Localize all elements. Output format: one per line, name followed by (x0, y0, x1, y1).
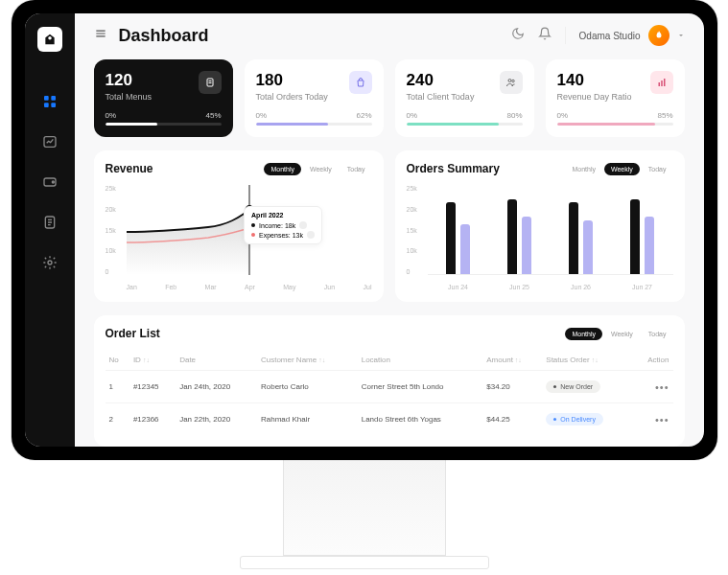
revenue-tabs: Monthly Weekly Today (264, 163, 371, 175)
row-actions[interactable]: ••• (655, 414, 669, 426)
bar-group (446, 202, 470, 274)
dot-icon (553, 385, 556, 388)
tab-monthly[interactable]: Monthly (565, 163, 602, 175)
nav-wallet[interactable] (38, 171, 61, 194)
flame-icon (653, 30, 665, 41)
bar (460, 224, 470, 274)
svg-point-11 (48, 261, 52, 264)
tab-monthly[interactable]: Monthly (264, 163, 301, 175)
cell-id: #12345 (129, 371, 176, 403)
bar-group (630, 199, 654, 274)
table-row[interactable]: 1 #12345 Jan 24th, 2020 Roberto Carlo Co… (106, 371, 673, 403)
svg-point-19 (511, 80, 514, 82)
sort-icon: ↑↓ (318, 356, 325, 363)
stat-left: 0% (557, 111, 569, 120)
stat-revenue-ratio[interactable]: 140 Revenue Day Ratio 0% 85% (546, 59, 685, 137)
tooltip-title: April 2022 (251, 212, 315, 218)
svg-rect-1 (51, 96, 56, 101)
status-badge: On Delivery (546, 413, 603, 426)
users-icon (500, 71, 523, 94)
svg-rect-21 (661, 80, 663, 86)
bar (583, 220, 593, 274)
user-menu[interactable]: Odama Studio (579, 25, 685, 46)
order-table: No ID↑↓ Date Customer Name↑↓ Location Am… (106, 350, 673, 435)
svg-point-18 (508, 80, 511, 82)
legend-dot-icon (251, 233, 255, 237)
bell-icon (538, 27, 552, 40)
svg-rect-3 (51, 103, 56, 107)
notifications-button[interactable] (538, 27, 552, 44)
order-list-card: Order List Monthly Weekly Today No ID↑↓ (94, 315, 685, 447)
tooltip-income: Income: 18k (259, 222, 295, 229)
bar-group (569, 202, 593, 274)
order-tabs: Monthly Weekly Today (565, 328, 672, 340)
stat-clients[interactable]: 240 Total Client Today 0% 80% (395, 59, 534, 137)
cell-no: 1 (106, 371, 129, 403)
stat-menus[interactable]: 120 Total Menus 0% 45% (94, 59, 233, 137)
revenue-chart-card: Revenue Monthly Weekly Today 25k 20k (94, 150, 384, 302)
tab-weekly[interactable]: Weekly (604, 163, 640, 175)
stat-left: 0% (106, 111, 117, 120)
legend-dot-icon (251, 223, 255, 227)
col-amount[interactable]: Amount↑↓ (482, 350, 542, 371)
sort-icon: ↑↓ (592, 356, 599, 363)
bar (446, 202, 456, 274)
monitor-base (240, 556, 489, 569)
cell-customer: Rahmad Khair (257, 403, 358, 436)
col-status[interactable]: Status Order↑↓ (542, 350, 632, 371)
tooltip-expenses: Expenses: 13k (259, 232, 303, 239)
cell-date: Jan 22th, 2020 (176, 403, 257, 436)
cell-date: Jan 24th, 2020 (176, 371, 257, 403)
sidebar (25, 13, 75, 447)
progress-bar (407, 123, 523, 126)
chart-icon (42, 134, 58, 150)
progress-bar (106, 123, 222, 126)
tab-weekly[interactable]: Weekly (303, 163, 339, 175)
chevron-down-icon (677, 32, 685, 39)
stat-value: 120 (106, 71, 153, 90)
app-logo (37, 27, 62, 52)
nav-analytics[interactable] (38, 130, 61, 153)
tab-monthly[interactable]: Monthly (565, 328, 602, 340)
nav-docs[interactable] (38, 211, 61, 234)
col-no[interactable]: No (106, 350, 129, 371)
bar-chart-icon (650, 71, 673, 94)
col-location[interactable]: Location (358, 350, 483, 371)
x-axis: Jun 24 Jun 25 Jun 26 Jun 27 (428, 284, 673, 290)
tab-weekly[interactable]: Weekly (604, 328, 640, 340)
tab-today[interactable]: Today (642, 163, 673, 175)
cell-id: #12366 (129, 403, 176, 436)
col-action: Action (632, 350, 672, 371)
theme-toggle[interactable] (511, 27, 525, 44)
main-content: Dashboard Odama Studio (75, 13, 704, 447)
cell-amount: $34.20 (482, 371, 542, 403)
stat-orders[interactable]: 180 Total Orders Today 0% 62% (245, 59, 384, 137)
stat-label: Revenue Day Ratio (557, 92, 632, 102)
tab-today[interactable]: Today (642, 328, 673, 340)
stat-label: Total Client Today (407, 92, 475, 102)
row-actions[interactable]: ••• (655, 381, 669, 393)
x-axis: Jan Feb Mar Apr May Jun Jul (127, 284, 372, 290)
table-row[interactable]: 2 #12366 Jan 22th, 2020 Rahmad Khair Lan… (106, 403, 673, 436)
col-id[interactable]: ID↑↓ (129, 350, 176, 371)
progress-bar (557, 123, 673, 126)
tab-today[interactable]: Today (341, 163, 372, 175)
document-icon (42, 215, 58, 230)
svg-point-6 (52, 181, 54, 183)
charts-row: Revenue Monthly Weekly Today 25k 20k (94, 150, 685, 302)
nav-dashboard[interactable] (38, 90, 61, 113)
nav-settings[interactable] (38, 251, 61, 274)
col-date[interactable]: Date (176, 350, 257, 371)
cell-location: Corner Street 5th Londo (358, 371, 483, 403)
cell-customer: Roberto Carlo (257, 371, 358, 403)
menu-toggle[interactable] (94, 27, 107, 44)
y-axis: 25k 20k 15k 10k 0 (106, 185, 116, 275)
divider (565, 27, 566, 44)
grid-icon (42, 94, 58, 109)
stat-value: 140 (557, 71, 632, 90)
sort-icon: ↑↓ (143, 356, 150, 363)
stat-left: 0% (256, 111, 268, 120)
sort-icon: ↑↓ (515, 356, 522, 363)
col-customer[interactable]: Customer Name↑↓ (257, 350, 358, 371)
svg-rect-2 (44, 103, 49, 107)
